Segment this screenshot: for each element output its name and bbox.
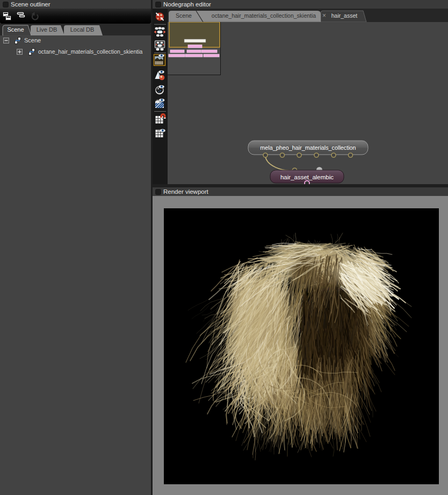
svg-text:mela_pheo_hair_materials_colle: mela_pheo_hair_materials_collection (260, 144, 356, 151)
svg-text:Scene: Scene (176, 12, 192, 19)
svg-text:Scene: Scene (7, 26, 24, 33)
svg-text:hair_asset_alembic: hair_asset_alembic (280, 174, 334, 180)
svg-text:hair_asset: hair_asset (331, 12, 358, 19)
svg-text:octane_hair_materials_collecti: octane_hair_materials_collection_skienti… (38, 48, 143, 55)
svg-text:Local DB: Local DB (70, 26, 95, 33)
svg-text:×: × (322, 12, 326, 19)
svg-text:octane_hair_materials_collecti: octane_hair_materials_collection_skienti… (212, 12, 316, 19)
svg-text:Scene: Scene (24, 37, 41, 43)
svg-text:Live DB: Live DB (37, 26, 57, 33)
